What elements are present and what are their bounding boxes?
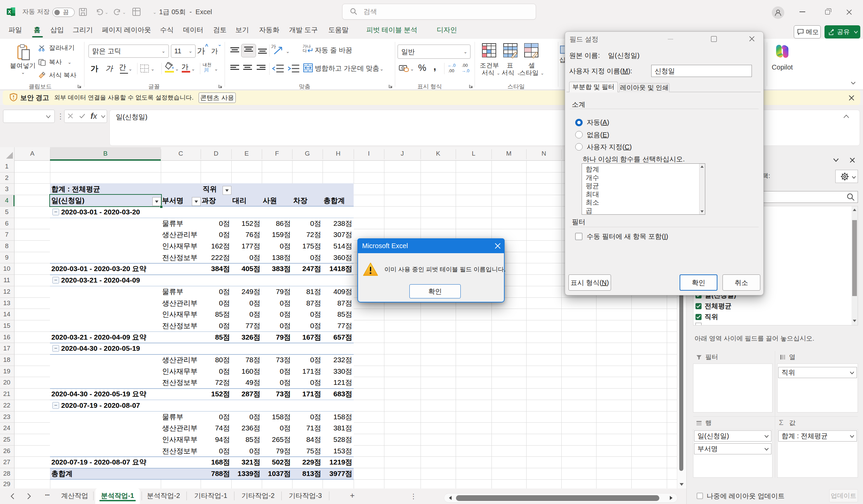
svg-text:X: X	[8, 9, 11, 14]
